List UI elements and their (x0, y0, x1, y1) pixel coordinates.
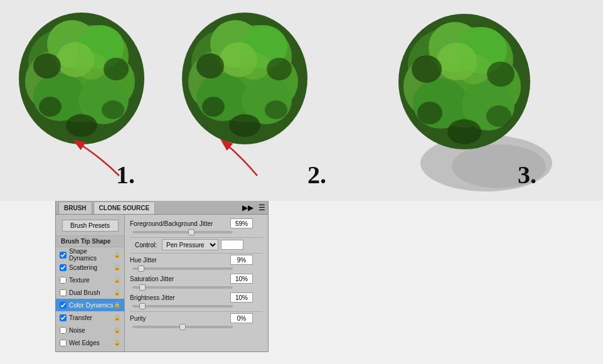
canvas-area: 1. 2. 3. (0, 0, 603, 201)
svg-point-13 (104, 58, 129, 80)
lock-shape-dynamics: 🔒 (114, 252, 120, 258)
panel-inner: Brush Presets Brush Tip Shape Shape Dyna… (56, 215, 268, 351)
lock-noise: 🔒 (114, 327, 120, 333)
label-dual-brush: Dual Brush (69, 289, 100, 296)
control-extra-box (221, 240, 243, 250)
fg-bg-jitter-slider-row (130, 231, 263, 233)
hue-jitter-row: Hue Jitter (130, 255, 263, 265)
bright-jitter-slider-row (130, 305, 263, 308)
purity-thumb (179, 324, 186, 330)
svg-point-28 (238, 52, 270, 80)
checkbox-shape-dynamics[interactable] (60, 252, 67, 259)
lock-texture: 🔒 (114, 277, 120, 283)
bright-jitter-thumb (139, 303, 146, 309)
brush-panel: BRUSH CLONE SOURCE ▶▶ ☰ Brush Presets Br… (55, 201, 269, 352)
svg-point-11 (75, 52, 107, 80)
fg-bg-jitter-label: Foreground/Background Jitter (130, 220, 230, 227)
checkbox-dual-brush[interactable] (60, 289, 67, 296)
sat-jitter-label: Saturation Jitter (130, 276, 230, 282)
panel-item-scattering[interactable]: Scattering 🔒 (56, 261, 124, 274)
bright-jitter-value[interactable] (230, 292, 253, 302)
sat-jitter-thumb (139, 284, 146, 291)
label-shape-dynamics: Shape Dynamics (69, 248, 114, 262)
fg-bg-jitter-value[interactable] (230, 218, 253, 228)
panel-item-dual-brush[interactable]: Dual Brush 🔒 (56, 286, 124, 299)
fg-bg-jitter-row: Foreground/Background Jitter (130, 218, 263, 228)
panel-item-texture[interactable]: Texture 🔒 (56, 274, 124, 286)
hue-jitter-value[interactable] (230, 255, 253, 265)
checkbox-transfer[interactable] (60, 314, 67, 321)
fg-bg-jitter-slider[interactable] (132, 231, 233, 233)
bright-jitter-row: Brightness Jitter (130, 292, 263, 302)
panel-icon-menu[interactable]: ☰ (259, 203, 265, 212)
svg-point-15 (39, 97, 61, 117)
panel-tab-icons: ▶▶ ☰ (242, 203, 265, 212)
divider-1 (130, 237, 263, 238)
control-dropdown-row: Control: Pen Pressure Fade Pen Tilt Off (130, 239, 263, 250)
label-scattering: Scattering (69, 264, 97, 271)
svg-point-47 (457, 54, 491, 84)
bright-jitter-label: Brightness Jitter (130, 294, 230, 301)
panel-tabs: BRUSH CLONE SOURCE ▶▶ ☰ (56, 201, 268, 215)
hue-jitter-slider-row (130, 267, 263, 270)
lock-dual-brush: 🔒 (114, 289, 120, 296)
label-color-dynamics: Color Dynamics (69, 302, 114, 309)
checkbox-scattering[interactable] (60, 264, 67, 271)
panel-right: Foreground/Background Jitter Control: Pe… (125, 215, 268, 351)
svg-point-12 (33, 53, 61, 78)
svg-point-51 (417, 102, 442, 124)
svg-point-49 (487, 62, 515, 87)
panel-item-color-dynamics[interactable]: Color Dynamics 🔒 (56, 299, 124, 311)
arrow-2 (207, 132, 282, 182)
label-wet-edges: Wet Edges (69, 340, 100, 346)
checkbox-wet-edges[interactable] (60, 340, 67, 346)
label-texture: Texture (69, 277, 90, 284)
purity-slider[interactable] (132, 326, 233, 328)
purity-value[interactable] (230, 313, 253, 323)
checkbox-color-dynamics[interactable] (60, 302, 67, 309)
hue-jitter-slider[interactable] (132, 267, 233, 270)
svg-point-29 (196, 53, 224, 78)
sat-jitter-slider[interactable] (132, 286, 233, 289)
purity-row: Purity (130, 313, 263, 323)
svg-point-32 (202, 97, 225, 117)
svg-point-30 (267, 58, 292, 80)
svg-point-33 (265, 100, 287, 119)
svg-point-50 (447, 119, 481, 144)
sat-jitter-slider-row (130, 286, 263, 289)
control-dropdown[interactable]: Pen Pressure Fade Pen Tilt Off (162, 239, 218, 250)
hue-jitter-label: Hue Jitter (130, 257, 230, 264)
lock-wet-edges: 🔒 (114, 340, 120, 346)
control-label-text: Control: (135, 242, 157, 249)
bright-jitter-slider[interactable] (132, 305, 233, 308)
tab-clone-source[interactable]: CLONE SOURCE (93, 201, 156, 214)
sat-jitter-row: Saturation Jitter (130, 274, 263, 284)
brush-tip-shape-title: Brush Tip Shape (56, 235, 124, 247)
lock-scattering: 🔒 (114, 264, 120, 270)
label-transfer: Transfer (69, 314, 92, 321)
lock-color-dynamics: 🔒 (114, 302, 120, 308)
svg-point-25 (196, 73, 249, 121)
checkbox-texture[interactable] (60, 277, 67, 284)
label-noise: Noise (69, 327, 85, 334)
brush-presets-button[interactable]: Brush Presets (62, 220, 119, 232)
panel-item-wet-edges[interactable]: Wet Edges 🔒 (56, 336, 124, 349)
svg-point-8 (33, 73, 86, 121)
panel-item-shape-dynamics[interactable]: Shape Dynamics 🔒 (56, 249, 124, 261)
divider-2 (130, 253, 263, 254)
lock-transfer: 🔒 (114, 314, 120, 321)
tab-brush[interactable]: BRUSH (58, 201, 92, 214)
panel-item-transfer[interactable]: Transfer 🔒 (56, 311, 124, 324)
panel-item-noise[interactable]: Noise 🔒 (56, 324, 124, 336)
panel-left: Brush Presets Brush Tip Shape Shape Dyna… (56, 215, 125, 351)
annotation-1: 1. (116, 160, 135, 190)
purity-label: Purity (130, 315, 230, 322)
annotation-3: 3. (518, 160, 536, 190)
annotation-2: 2. (307, 160, 326, 190)
fg-bg-jitter-thumb (188, 229, 195, 235)
divider-3 (130, 311, 263, 312)
checkbox-noise[interactable] (60, 327, 67, 334)
sat-jitter-value[interactable] (230, 274, 253, 284)
hue-jitter-thumb (138, 265, 144, 272)
panel-icon-forward[interactable]: ▶▶ (242, 203, 253, 212)
